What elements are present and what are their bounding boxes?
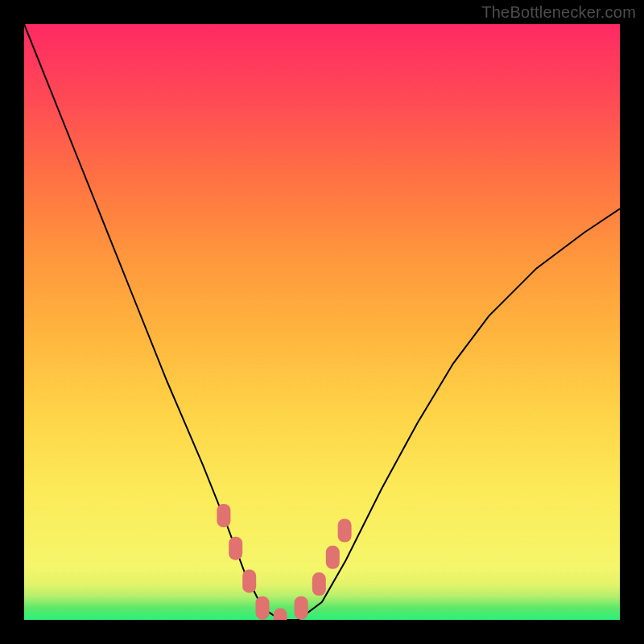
- marker-group: [217, 504, 351, 620]
- marker-dot: [229, 537, 242, 560]
- marker-dot: [326, 546, 340, 569]
- plot-area: [24, 24, 620, 620]
- marker-dot: [312, 572, 326, 596]
- marker-dot: [338, 519, 352, 543]
- chart-svg: [24, 24, 620, 620]
- chart-frame: TheBottlenecker.com: [0, 0, 644, 644]
- marker-dot: [217, 504, 230, 527]
- marker-dot: [295, 597, 308, 620]
- marker-dot: [242, 569, 256, 592]
- watermark-text: TheBottlenecker.com: [481, 3, 636, 22]
- marker-dot: [256, 597, 270, 620]
- bottleneck-curve: [24, 24, 620, 620]
- marker-dot: [274, 609, 287, 621]
